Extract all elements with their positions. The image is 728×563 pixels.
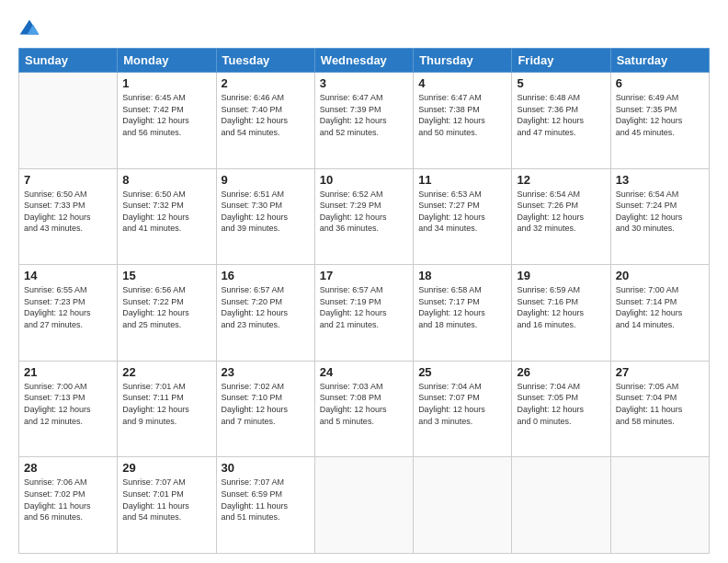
logo-icon — [18, 18, 40, 40]
calendar-cell: 2Sunrise: 6:46 AM Sunset: 7:40 PM Daylig… — [216, 73, 314, 169]
calendar-cell: 22Sunrise: 7:01 AM Sunset: 7:11 PM Dayli… — [118, 361, 216, 457]
day-number: 20 — [616, 269, 704, 282]
calendar-cell — [414, 457, 512, 554]
calendar-cell: 30Sunrise: 7:07 AM Sunset: 6:59 PM Dayli… — [216, 457, 314, 554]
cell-info: Sunrise: 6:59 AM Sunset: 7:16 PM Dayligh… — [517, 284, 605, 330]
logo — [18, 18, 44, 40]
cell-info: Sunrise: 7:02 AM Sunset: 7:10 PM Dayligh… — [222, 381, 310, 427]
day-number: 4 — [418, 76, 506, 90]
cell-info: Sunrise: 7:00 AM Sunset: 7:14 PM Dayligh… — [616, 284, 704, 330]
day-number: 5 — [517, 76, 605, 90]
cell-info: Sunrise: 6:50 AM Sunset: 7:33 PM Dayligh… — [24, 189, 112, 235]
calendar-cell: 28Sunrise: 7:06 AM Sunset: 7:02 PM Dayli… — [19, 457, 118, 554]
day-number: 28 — [24, 461, 112, 475]
day-number: 29 — [122, 461, 210, 475]
calendar-cell: 19Sunrise: 6:59 AM Sunset: 7:16 PM Dayli… — [512, 265, 610, 362]
day-number: 12 — [517, 173, 605, 187]
calendar-cell: 11Sunrise: 6:53 AM Sunset: 7:27 PM Dayli… — [414, 168, 512, 265]
column-header-tuesday: Tuesday — [216, 49, 314, 73]
header — [18, 15, 710, 40]
calendar-cell: 9Sunrise: 6:51 AM Sunset: 7:30 PM Daylig… — [216, 168, 314, 265]
cell-info: Sunrise: 6:45 AM Sunset: 7:42 PM Dayligh… — [122, 92, 210, 138]
calendar-cell: 12Sunrise: 6:54 AM Sunset: 7:26 PM Dayli… — [512, 168, 610, 265]
calendar-cell: 13Sunrise: 6:54 AM Sunset: 7:24 PM Dayli… — [610, 168, 709, 265]
cell-info: Sunrise: 7:03 AM Sunset: 7:08 PM Dayligh… — [320, 381, 408, 427]
calendar-cell: 18Sunrise: 6:58 AM Sunset: 7:17 PM Dayli… — [414, 265, 512, 362]
day-number: 27 — [616, 365, 704, 379]
calendar-cell: 21Sunrise: 7:00 AM Sunset: 7:13 PM Dayli… — [19, 361, 118, 457]
day-number: 24 — [320, 365, 408, 379]
cell-info: Sunrise: 6:47 AM Sunset: 7:39 PM Dayligh… — [320, 92, 408, 138]
day-number: 7 — [24, 173, 112, 187]
cell-info: Sunrise: 6:55 AM Sunset: 7:23 PM Dayligh… — [24, 284, 112, 330]
cell-info: Sunrise: 6:46 AM Sunset: 7:40 PM Dayligh… — [222, 92, 310, 138]
calendar-cell: 20Sunrise: 7:00 AM Sunset: 7:14 PM Dayli… — [610, 265, 709, 362]
cell-info: Sunrise: 6:48 AM Sunset: 7:36 PM Dayligh… — [517, 92, 605, 138]
calendar-cell: 8Sunrise: 6:50 AM Sunset: 7:32 PM Daylig… — [118, 168, 216, 265]
day-number: 13 — [616, 173, 704, 187]
cell-info: Sunrise: 6:49 AM Sunset: 7:35 PM Dayligh… — [616, 92, 704, 138]
calendar-cell — [512, 457, 610, 554]
cell-info: Sunrise: 6:51 AM Sunset: 7:30 PM Dayligh… — [222, 189, 310, 235]
cell-info: Sunrise: 7:01 AM Sunset: 7:11 PM Dayligh… — [122, 381, 210, 427]
column-header-thursday: Thursday — [414, 49, 512, 73]
cell-info: Sunrise: 6:57 AM Sunset: 7:19 PM Dayligh… — [320, 284, 408, 330]
cell-info: Sunrise: 7:06 AM Sunset: 7:02 PM Dayligh… — [24, 477, 112, 523]
column-header-monday: Monday — [118, 49, 216, 73]
day-number: 11 — [418, 173, 506, 187]
column-header-saturday: Saturday — [610, 49, 709, 73]
cell-info: Sunrise: 6:50 AM Sunset: 7:32 PM Dayligh… — [122, 189, 210, 235]
day-number: 17 — [320, 269, 408, 282]
calendar-cell: 27Sunrise: 7:05 AM Sunset: 7:04 PM Dayli… — [610, 361, 709, 457]
calendar-cell: 16Sunrise: 6:57 AM Sunset: 7:20 PM Dayli… — [216, 265, 314, 362]
calendar-cell: 10Sunrise: 6:52 AM Sunset: 7:29 PM Dayli… — [314, 168, 413, 265]
calendar-cell: 7Sunrise: 6:50 AM Sunset: 7:33 PM Daylig… — [19, 168, 118, 265]
cell-info: Sunrise: 6:52 AM Sunset: 7:29 PM Dayligh… — [320, 189, 408, 235]
column-header-sunday: Sunday — [19, 49, 118, 73]
day-number: 1 — [122, 76, 210, 90]
calendar-cell: 17Sunrise: 6:57 AM Sunset: 7:19 PM Dayli… — [314, 265, 413, 362]
calendar-cell — [610, 457, 709, 554]
cell-info: Sunrise: 6:47 AM Sunset: 7:38 PM Dayligh… — [418, 92, 506, 138]
day-number: 25 — [418, 365, 506, 379]
calendar-cell: 14Sunrise: 6:55 AM Sunset: 7:23 PM Dayli… — [19, 265, 118, 362]
day-number: 10 — [320, 173, 408, 187]
day-number: 21 — [24, 365, 112, 379]
day-number: 22 — [122, 365, 210, 379]
calendar-cell: 4Sunrise: 6:47 AM Sunset: 7:38 PM Daylig… — [414, 73, 512, 169]
calendar-week-2: 7Sunrise: 6:50 AM Sunset: 7:33 PM Daylig… — [19, 168, 710, 265]
day-number: 30 — [222, 461, 310, 475]
calendar-cell: 26Sunrise: 7:04 AM Sunset: 7:05 PM Dayli… — [512, 361, 610, 457]
day-number: 2 — [222, 76, 310, 90]
cell-info: Sunrise: 6:57 AM Sunset: 7:20 PM Dayligh… — [222, 284, 310, 330]
calendar-cell: 25Sunrise: 7:04 AM Sunset: 7:07 PM Dayli… — [414, 361, 512, 457]
calendar-week-3: 14Sunrise: 6:55 AM Sunset: 7:23 PM Dayli… — [19, 265, 710, 362]
day-number: 14 — [24, 269, 112, 282]
calendar-cell: 5Sunrise: 6:48 AM Sunset: 7:36 PM Daylig… — [512, 73, 610, 169]
calendar-cell: 24Sunrise: 7:03 AM Sunset: 7:08 PM Dayli… — [314, 361, 413, 457]
cell-info: Sunrise: 6:56 AM Sunset: 7:22 PM Dayligh… — [122, 284, 210, 330]
calendar-cell: 1Sunrise: 6:45 AM Sunset: 7:42 PM Daylig… — [118, 73, 216, 169]
calendar-header-row: SundayMondayTuesdayWednesdayThursdayFrid… — [19, 49, 710, 73]
day-number: 3 — [320, 76, 408, 90]
cell-info: Sunrise: 6:54 AM Sunset: 7:26 PM Dayligh… — [517, 189, 605, 235]
column-header-friday: Friday — [512, 49, 610, 73]
day-number: 18 — [418, 269, 506, 282]
column-header-wednesday: Wednesday — [314, 49, 413, 73]
cell-info: Sunrise: 7:00 AM Sunset: 7:13 PM Dayligh… — [24, 381, 112, 427]
cell-info: Sunrise: 7:04 AM Sunset: 7:07 PM Dayligh… — [418, 381, 506, 427]
calendar-week-1: 1Sunrise: 6:45 AM Sunset: 7:42 PM Daylig… — [19, 73, 710, 169]
cell-info: Sunrise: 6:58 AM Sunset: 7:17 PM Dayligh… — [418, 284, 506, 330]
day-number: 15 — [122, 269, 210, 282]
day-number: 8 — [122, 173, 210, 187]
day-number: 26 — [517, 365, 605, 379]
calendar-cell: 15Sunrise: 6:56 AM Sunset: 7:22 PM Dayli… — [118, 265, 216, 362]
cell-info: Sunrise: 6:53 AM Sunset: 7:27 PM Dayligh… — [418, 189, 506, 235]
day-number: 9 — [222, 173, 310, 187]
calendar-week-4: 21Sunrise: 7:00 AM Sunset: 7:13 PM Dayli… — [19, 361, 710, 457]
cell-info: Sunrise: 7:04 AM Sunset: 7:05 PM Dayligh… — [517, 381, 605, 427]
calendar-cell — [19, 73, 118, 169]
calendar-cell: 23Sunrise: 7:02 AM Sunset: 7:10 PM Dayli… — [216, 361, 314, 457]
calendar-cell: 3Sunrise: 6:47 AM Sunset: 7:39 PM Daylig… — [314, 73, 413, 169]
cell-info: Sunrise: 7:05 AM Sunset: 7:04 PM Dayligh… — [616, 381, 704, 427]
